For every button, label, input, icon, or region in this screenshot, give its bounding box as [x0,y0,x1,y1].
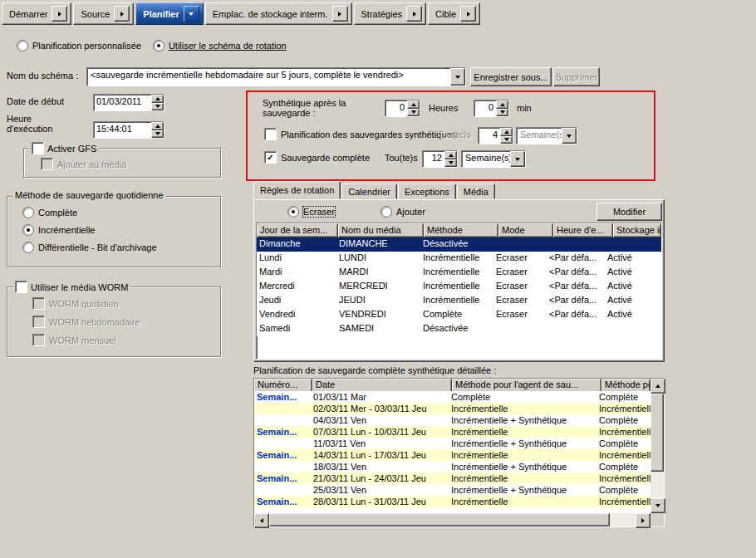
spin-down-icon[interactable] [444,159,457,168]
spin-up-icon[interactable] [444,151,457,159]
wizard-tab-planifier[interactable]: Planifier [135,2,203,25]
gfs-append-option[interactable]: ✓ Ajouter au média [41,158,126,170]
table-row[interactable]: Semain... 21/03/11 Lun - 24/03/11 Jeu In… [254,472,650,484]
schema-name-combobox[interactable]: <sauvegarde incrémentielle hebdomadaire … [86,67,466,86]
worm-quotidien-option[interactable]: ✓ WORM quotidien [32,297,119,310]
wizard-tab-strategies[interactable]: Stratégies [354,2,427,25]
chevron-down-icon[interactable] [562,128,577,144]
wizard-tab-cible[interactable]: Cible [428,2,480,25]
wizard-tab-label: Emplac. de stockage interm. [213,9,328,19]
table-row[interactable]: Semain... 28/03/11 Lun - 31/03/11 Jeu In… [254,496,650,507]
spin-down-icon[interactable] [151,103,164,111]
horizontal-scroll-track[interactable] [269,513,636,526]
delete-button[interactable]: Supprimer [553,67,600,86]
column-header[interactable]: Stockage int... [613,223,661,237]
column-header[interactable]: Jour de la sem... [257,223,338,237]
column-header[interactable]: Heure d'e... [553,223,613,237]
radio-incrementielle[interactable]: Incrémentielle [22,224,95,236]
horizontal-scroll-thumb[interactable] [269,513,610,526]
chevron-right-icon[interactable] [406,6,422,22]
gfs-enable-option[interactable]: ✓ Activer GFS [29,142,99,154]
table-row[interactable]: Semain... 01/03/11 Mar Complète Complète [254,391,650,403]
radio-complete[interactable]: Complète [22,207,77,218]
wizard-tab-stockage-interm[interactable]: Emplac. de stockage interm. [205,2,352,25]
horizontal-scrollbar[interactable] [254,513,650,526]
chevron-down-icon[interactable] [510,151,525,167]
gfs-groupbox: ✓ Activer GFS ✓ Ajouter au média [23,148,221,178]
scroll-right-icon[interactable] [636,513,650,528]
tab-regles-de-rotation[interactable]: Règles de rotation [253,181,341,199]
table-row[interactable]: 25/03/11 Ven Incrémentielle + Synthétiqu… [254,484,650,496]
radio-ajouter[interactable]: Ajouter [380,206,425,218]
wizard-tab-demarrer[interactable]: Démarrer [2,2,71,25]
chevron-right-icon[interactable] [114,6,130,22]
table-row[interactable]: Samedi SAMEDI Désactivée [257,322,661,336]
chevron-down-icon[interactable] [450,68,465,86]
table-row[interactable]: Lundi LUNDI Incrémentielle Ecraser <Par … [257,252,661,266]
schedule-synthetic-option[interactable]: ✓ Planification des sauvegardes synthéti… [264,128,456,140]
spin-down-icon[interactable] [500,136,513,144]
scroll-up-icon[interactable] [650,379,665,394]
chevron-down-icon[interactable] [184,6,199,22]
spin-up-icon[interactable] [151,95,164,103]
tab-exceptions[interactable]: Exceptions [398,184,456,199]
spin-up-icon[interactable] [500,128,513,136]
table-row[interactable]: Vendredi VENDREDI Complète Ecraser <Par … [257,308,661,322]
save-as-button[interactable]: Enregistrer sous... [470,67,552,86]
table-row[interactable]: 18/03/11 Ven Incrémentielle + Synthétiqu… [254,461,650,472]
radio-differentielle[interactable]: Différentielle - Bit d'archivage [22,242,157,253]
worm-mensuel-option[interactable]: ✓ WORM mensuel [32,334,116,346]
table-row[interactable]: Mercredi MERCREDI Incrémentielle Ecraser… [257,280,661,294]
spin-up-icon[interactable] [151,122,164,130]
spin-down-icon[interactable] [496,109,508,117]
column-header[interactable]: Méthode [424,223,498,237]
radio-label: Différentielle - Bit d'archivage [38,242,157,252]
radio-icon [287,206,299,218]
vertical-scroll-track[interactable] [650,394,664,498]
worm-enable-option[interactable]: ✓ Utiliser le média WORM [12,281,130,293]
wizard-tab-label: Stratégies [361,9,403,19]
schedule-every-field[interactable]: 4 [478,127,513,144]
radio-label: Ajouter [396,207,425,217]
full-backup-label: Sauvegarde complète [281,153,370,163]
table-row[interactable]: 11/03/11 Ven Incrémentielle + Synthétiqu… [254,438,650,449]
full-every-field[interactable]: 12 [422,150,458,168]
synthetic-hours-field[interactable]: 0 [385,100,420,117]
table-row[interactable]: Jeudi JEUDI Incrémentielle Ecraser <Par … [257,294,661,308]
date-spinner [151,95,164,110]
full-backup-option[interactable]: ✓ Sauvegarde complète [264,151,370,164]
table-row[interactable]: Semain... 14/03/11 Lun - 17/03/11 Jeu In… [254,449,650,461]
exec-time-field[interactable]: 15:44:01 [93,121,164,139]
table-row[interactable]: 02/03/11 Mer - 03/03/11 Jeu Incrémentiel… [254,403,650,414]
chevron-right-icon[interactable] [460,6,476,22]
spin-down-icon[interactable] [407,109,420,117]
vertical-scrollbar[interactable] [650,379,664,513]
schedule-unit-dropdown[interactable]: Semaine(s) [516,127,577,144]
column-header[interactable]: Mode [498,223,553,237]
chevron-right-icon[interactable] [332,6,348,22]
table-row[interactable]: 04/03/11 Ven Incrémentielle + Synthétiqu… [254,414,650,426]
synthetic-minutes-field[interactable]: 0 [474,100,509,117]
column-header[interactable]: Nom du média [338,223,424,237]
spin-up-icon[interactable] [496,100,508,109]
table-row[interactable]: Semain... 07/03/11 Lun - 10/03/11 Jeu In… [254,426,650,438]
start-date-field[interactable]: 01/03/2011 [93,94,164,111]
radio-planification-personnalisee[interactable]: Planification personnalisée [17,40,141,51]
scroll-down-icon[interactable] [650,498,665,513]
wizard-tab-source[interactable]: Source [73,2,134,25]
scroll-left-icon[interactable] [254,513,269,528]
radio-ecraser[interactable]: Ecraser [287,206,335,218]
chevron-right-icon[interactable] [52,6,67,22]
spin-down-icon[interactable] [151,130,164,139]
full-unit-dropdown[interactable]: Semaine(s) [461,150,526,168]
tab-media[interactable]: Média [457,184,495,199]
modify-button[interactable]: Modifier [596,203,662,221]
spin-up-icon[interactable] [407,100,420,109]
worm-hebdomadaire-option[interactable]: ✓ WORM hebdomadaire [32,316,140,328]
schedule-every-value: 4 [479,128,500,144]
vertical-scroll-thumb[interactable] [650,394,664,472]
tab-calendrier[interactable]: Calendrier [341,184,397,199]
radio-utiliser-schema-rotation[interactable]: Utiliser le schéma de rotation [153,40,287,51]
table-row[interactable]: Dimanche DIMANCHE Désactivée [257,237,661,252]
table-row[interactable]: Mardi MARDI Incrémentielle Ecraser <Par … [257,266,661,280]
